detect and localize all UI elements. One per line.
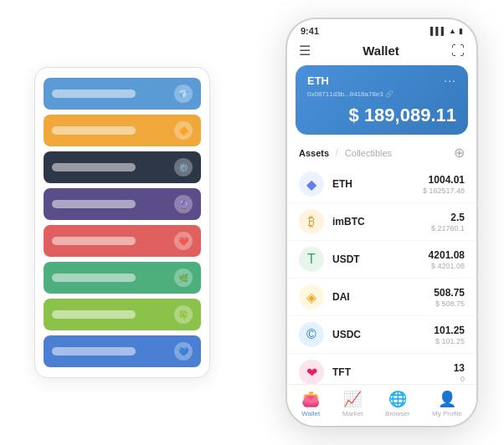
status-time: 9:41 bbox=[301, 26, 319, 36]
phone-header: ☰ Wallet ⛶ bbox=[287, 39, 476, 65]
eth-more-icon[interactable]: ··· bbox=[444, 74, 456, 87]
asset-amount: 4201.08 bbox=[429, 249, 465, 261]
asset-name-dai: DAI bbox=[332, 291, 434, 303]
asset-amount: 13 bbox=[454, 362, 465, 374]
bottom-nav: 👛 Wallet 📈 Market 🌐 Browser 👤 My Profile bbox=[287, 384, 476, 426]
add-asset-button[interactable]: ⊕ bbox=[454, 145, 465, 161]
asset-amount: 2.5 bbox=[431, 212, 465, 223]
asset-values-usdc: 101.25 $ 101.25 bbox=[434, 325, 465, 345]
scene: 💎 🔶 ⚙️ 🔮 ❤️ 🌿 🍀 💙 9:41 ▌▌▌ ▲ ▮ bbox=[9, 9, 495, 436]
eth-address: 0x08711d3b...8418a78e3 🔗 bbox=[307, 90, 456, 98]
nav-label-2: Browser bbox=[385, 410, 409, 417]
asset-usd: 0 bbox=[454, 375, 465, 383]
asset-amount: 1004.01 bbox=[423, 174, 465, 186]
card-label-2 bbox=[52, 163, 136, 171]
asset-usd: $ 101.25 bbox=[434, 337, 465, 345]
asset-row-eth[interactable]: ◆ ETH 1004.01 $ 162517.48 bbox=[287, 166, 476, 203]
card-stack: 💎 🔶 ⚙️ 🔮 ❤️ 🌿 🍀 💙 bbox=[34, 67, 210, 378]
card-label-1 bbox=[52, 126, 136, 135]
asset-values-eth: 1004.01 $ 162517.48 bbox=[423, 174, 465, 195]
card-icon-1: 🔶 bbox=[174, 121, 193, 140]
card-item-6[interactable]: 🍀 bbox=[44, 299, 201, 330]
tab-separator: / bbox=[336, 148, 338, 157]
nav-icon-0: 👛 bbox=[301, 390, 320, 408]
card-icon-2: ⚙️ bbox=[174, 158, 193, 176]
asset-amount: 101.25 bbox=[434, 325, 465, 336]
assets-header: Assets / Collectibles ⊕ bbox=[287, 143, 476, 166]
asset-row-dai[interactable]: ◈ DAI 508.75 $ 508.75 bbox=[287, 279, 476, 316]
asset-icon-dai: ◈ bbox=[299, 284, 324, 309]
card-icon-7: 💙 bbox=[174, 342, 193, 361]
card-label-7 bbox=[52, 347, 136, 355]
page-title: Wallet bbox=[363, 43, 399, 58]
asset-values-dai: 508.75 $ 508.75 bbox=[434, 287, 465, 308]
nav-icon-2: 🌐 bbox=[388, 390, 407, 408]
asset-values-usdt: 4201.08 $ 4201.08 bbox=[429, 249, 465, 270]
asset-usd: $ 21760.1 bbox=[431, 224, 465, 233]
card-item-3[interactable]: 🔮 bbox=[44, 188, 201, 220]
assets-tabs: Assets / Collectibles bbox=[299, 148, 392, 158]
card-label-5 bbox=[52, 274, 136, 282]
asset-row-usdc[interactable]: © USDC 101.25 $ 101.25 bbox=[287, 316, 476, 354]
asset-name-tft: TFT bbox=[332, 366, 454, 378]
asset-icon-usdc: © bbox=[299, 322, 324, 347]
status-icons: ▌▌▌ ▲ ▮ bbox=[430, 27, 463, 35]
asset-list: ◆ ETH 1004.01 $ 162517.48 ₿ imBTC 2.5 $ … bbox=[287, 166, 476, 384]
nav-icon-3: 👤 bbox=[438, 390, 456, 408]
nav-icon-1: 📈 bbox=[343, 390, 362, 408]
card-item-7[interactable]: 💙 bbox=[44, 335, 201, 367]
asset-row-tft[interactable]: ❤ TFT 13 0 bbox=[287, 354, 476, 384]
tab-collectibles[interactable]: Collectibles bbox=[345, 148, 392, 158]
asset-icon-tft: ❤ bbox=[299, 360, 324, 384]
asset-icon-imbtc: ₿ bbox=[299, 209, 324, 234]
eth-name: ETH bbox=[307, 74, 329, 87]
card-icon-5: 🌿 bbox=[174, 269, 193, 287]
card-icon-0: 💎 bbox=[174, 84, 193, 103]
asset-icon-usdt: T bbox=[299, 247, 324, 272]
asset-name-imbtc: imBTC bbox=[332, 216, 431, 228]
card-icon-6: 🍀 bbox=[174, 305, 193, 324]
nav-item-my-profile[interactable]: 👤 My Profile bbox=[432, 390, 462, 417]
eth-amount: $ 189,089.11 bbox=[307, 105, 456, 126]
status-bar: 9:41 ▌▌▌ ▲ ▮ bbox=[287, 19, 476, 39]
asset-row-imbtc[interactable]: ₿ imBTC 2.5 $ 21760.1 bbox=[287, 203, 476, 241]
asset-row-usdt[interactable]: T USDT 4201.08 $ 4201.08 bbox=[287, 241, 476, 279]
card-icon-3: 🔮 bbox=[174, 195, 193, 213]
nav-label-3: My Profile bbox=[432, 410, 462, 417]
card-label-4 bbox=[52, 237, 136, 245]
nav-item-market[interactable]: 📈 Market bbox=[342, 390, 363, 417]
card-item-4[interactable]: ❤️ bbox=[44, 225, 201, 257]
signal-icon: ▌▌▌ bbox=[430, 27, 446, 35]
tab-assets[interactable]: Assets bbox=[299, 148, 329, 158]
card-item-5[interactable]: 🌿 bbox=[44, 262, 201, 294]
card-label-3 bbox=[52, 200, 136, 208]
card-label-6 bbox=[52, 310, 136, 319]
asset-icon-eth: ◆ bbox=[299, 171, 324, 197]
card-item-0[interactable]: 💎 bbox=[44, 78, 201, 110]
asset-amount: 508.75 bbox=[434, 287, 465, 299]
asset-usd: $ 508.75 bbox=[434, 299, 465, 308]
asset-values-imbtc: 2.5 $ 21760.1 bbox=[431, 212, 465, 233]
wifi-icon: ▲ bbox=[449, 27, 456, 35]
card-label-0 bbox=[52, 90, 136, 98]
eth-card[interactable]: ETH ··· 0x08711d3b...8418a78e3 🔗 $ 189,0… bbox=[296, 65, 468, 135]
asset-usd: $ 4201.08 bbox=[429, 262, 465, 270]
nav-label-1: Market bbox=[342, 410, 363, 417]
eth-card-header: ETH ··· bbox=[307, 74, 456, 87]
asset-values-tft: 13 0 bbox=[454, 362, 465, 383]
asset-name-usdc: USDC bbox=[332, 329, 434, 340]
nav-item-wallet[interactable]: 👛 Wallet bbox=[301, 390, 320, 417]
scan-icon[interactable]: ⛶ bbox=[451, 43, 465, 59]
nav-label-0: Wallet bbox=[301, 410, 320, 417]
card-item-2[interactable]: ⚙️ bbox=[44, 151, 201, 183]
asset-name-eth: ETH bbox=[332, 178, 423, 190]
asset-usd: $ 162517.48 bbox=[423, 187, 465, 195]
phone: 9:41 ▌▌▌ ▲ ▮ ☰ Wallet ⛶ ETH ··· 0x08711d… bbox=[285, 18, 478, 427]
card-icon-4: ❤️ bbox=[174, 232, 193, 250]
card-item-1[interactable]: 🔶 bbox=[44, 115, 201, 146]
battery-icon: ▮ bbox=[459, 27, 463, 35]
asset-name-usdt: USDT bbox=[332, 253, 429, 265]
menu-icon[interactable]: ☰ bbox=[299, 43, 311, 59]
nav-item-browser[interactable]: 🌐 Browser bbox=[385, 390, 409, 417]
